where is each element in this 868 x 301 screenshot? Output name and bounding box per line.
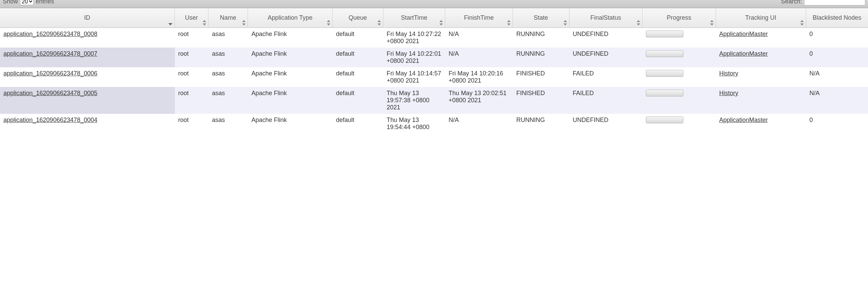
cell-state: RUNNING [513,48,569,67]
progress-bar [646,90,683,96]
application-link[interactable]: application_1620906623478_0005 [3,90,97,96]
tracking-link[interactable]: History [719,70,738,77]
table-row: application_1620906623478_0005rootasasAp… [0,87,868,114]
col-header-tracking[interactable]: Tracking UI [716,8,806,28]
cell-tracking: ApplicationMaster [716,48,806,67]
cell-progress [642,28,716,48]
cell-user: root [175,28,208,48]
cell-apptype: Apache Flink [248,48,333,67]
cell-name: asas [208,114,248,134]
cell-finishtime: Thu May 13 20:02:51 +0800 2021 [445,87,513,114]
tracking-link[interactable]: History [719,90,738,96]
progress-bar [646,117,683,123]
sort-both-icon [242,20,246,25]
tracking-link[interactable]: ApplicationMaster [719,50,768,57]
sort-both-icon [800,20,804,25]
cell-name: asas [208,67,248,87]
col-header-apptype[interactable]: Application Type [248,8,333,28]
cell-tracking: ApplicationMaster [716,28,806,48]
search-input[interactable] [804,0,865,5]
cell-finishtime: Fri May 14 10:20:16 +0800 2021 [445,67,513,87]
col-header-id[interactable]: ID [0,8,175,28]
col-header-progress[interactable]: Progress [642,8,716,28]
cell-progress [642,87,716,114]
col-header-starttime[interactable]: StartTime [383,8,445,28]
cell-progress [642,48,716,67]
cell-tracking: History [716,67,806,87]
cell-blacklisted: 0 [806,28,868,48]
application-link[interactable]: application_1620906623478_0006 [3,70,97,77]
cell-name: asas [208,48,248,67]
sort-desc-icon [168,23,172,25]
col-header-queue[interactable]: Queue [333,8,383,28]
cell-finalstatus: UNDEFINED [569,114,642,134]
table-row: application_1620906623478_0006rootasasAp… [0,67,868,87]
cell-starttime: Fri May 14 10:22:01 +0800 2021 [383,48,445,67]
cell-name: asas [208,87,248,114]
sort-both-icon [327,20,330,25]
col-header-name[interactable]: Name [208,8,248,28]
cell-finishtime: N/A [445,114,513,134]
cell-state: RUNNING [513,114,569,134]
table-row: application_1620906623478_0008rootasasAp… [0,28,868,48]
cell-finishtime: N/A [445,48,513,67]
cell-apptype: Apache Flink [248,114,333,134]
cell-user: root [175,48,208,67]
cell-user: root [175,87,208,114]
cell-id: application_1620906623478_0006 [0,67,175,87]
col-header-state[interactable]: State [513,8,569,28]
sort-both-icon [203,20,206,25]
cell-apptype: Apache Flink [248,28,333,48]
sort-both-icon [439,20,443,25]
tracking-link[interactable]: ApplicationMaster [719,117,768,123]
progress-bar [646,70,683,77]
cell-blacklisted: 0 [806,114,868,134]
cell-starttime: Thu May 13 19:57:38 +0800 2021 [383,87,445,114]
application-link[interactable]: application_1620906623478_0004 [3,117,97,123]
applications-table: ID User Name Application Type Queue Star… [0,8,868,134]
sort-both-icon [378,20,381,25]
cell-finalstatus: FAILED [569,67,642,87]
application-link[interactable]: application_1620906623478_0007 [3,50,97,57]
cell-queue: default [333,28,383,48]
cell-state: FINISHED [513,67,569,87]
cell-state: FINISHED [513,87,569,114]
cell-finalstatus: UNDEFINED [569,48,642,67]
progress-bar [646,50,683,57]
show-label: Show [3,0,18,5]
cell-blacklisted: 0 [806,48,868,67]
cell-starttime: Fri May 14 10:27:22 +0800 2021 [383,28,445,48]
col-header-blacklisted[interactable]: Blacklisted Nodes [806,8,868,28]
cell-queue: default [333,87,383,114]
sort-both-icon [507,20,511,25]
cell-tracking: ApplicationMaster [716,114,806,134]
tracking-link[interactable]: ApplicationMaster [719,31,768,37]
entries-label: entries [36,0,54,5]
table-row: application_1620906623478_0004rootasasAp… [0,114,868,134]
sort-both-icon [637,20,640,25]
cell-id: application_1620906623478_0007 [0,48,175,67]
cell-queue: default [333,67,383,87]
table-row: application_1620906623478_0007rootasasAp… [0,48,868,67]
cell-queue: default [333,114,383,134]
cell-blacklisted: N/A [806,87,868,114]
col-header-finishtime[interactable]: FinishTime [445,8,513,28]
cell-id: application_1620906623478_0008 [0,28,175,48]
page-size-select[interactable]: 20 [20,0,34,5]
cell-finishtime: N/A [445,28,513,48]
table-header-row: ID User Name Application Type Queue Star… [0,8,868,28]
cell-starttime: Fri May 14 10:14:57 +0800 2021 [383,67,445,87]
search-label: Search: [781,0,802,5]
col-header-user[interactable]: User [175,8,208,28]
application-link[interactable]: application_1620906623478_0008 [3,31,97,37]
cell-queue: default [333,48,383,67]
cell-id: application_1620906623478_0004 [0,114,175,134]
col-header-finalstatus[interactable]: FinalStatus [569,8,642,28]
table-toolbar: Show 20 entries Search: [0,0,868,8]
cell-state: RUNNING [513,28,569,48]
cell-user: root [175,67,208,87]
sort-both-icon [564,20,567,25]
cell-name: asas [208,28,248,48]
cell-starttime: Thu May 13 19:54:44 +0800 [383,114,445,134]
cell-finalstatus: FAILED [569,87,642,114]
